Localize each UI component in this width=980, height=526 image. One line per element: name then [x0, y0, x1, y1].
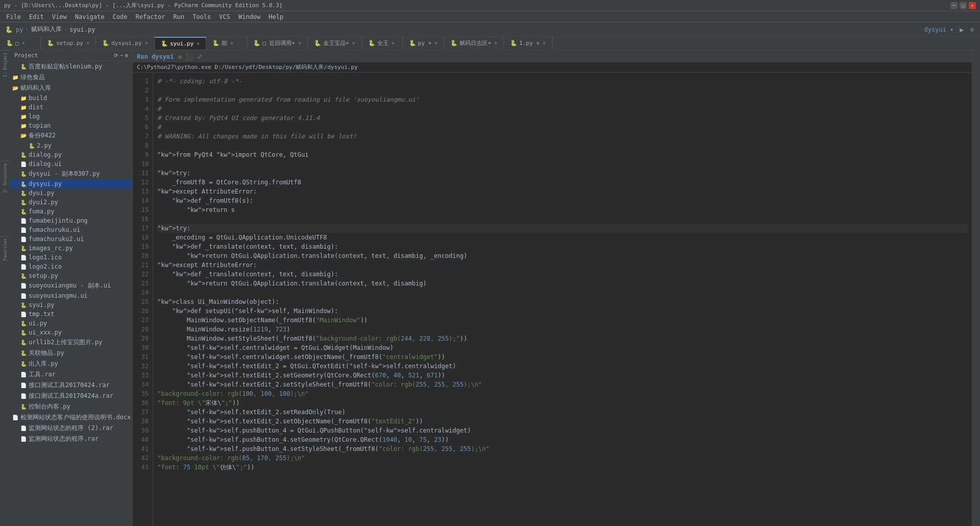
tree-item[interactable]: 🐍ui_xxx.py: [10, 328, 132, 337]
tab-close-icon[interactable]: ×: [435, 40, 438, 46]
tab-close-icon[interactable]: ×: [145, 40, 148, 46]
favorites-tab[interactable]: Favorites: [0, 236, 10, 262]
tab-close-icon[interactable]: ×: [392, 40, 395, 46]
tree-item[interactable]: 📁tupian: [10, 121, 132, 130]
menu-item-view[interactable]: View: [48, 12, 71, 21]
tree-item[interactable]: 🐍2.py: [10, 141, 132, 150]
tab-close-icon[interactable]: ×: [197, 41, 200, 46]
run-command: C:\Python27\python.exe D:/Users/ydf/Desk…: [133, 62, 972, 73]
tree-item[interactable]: 📄接口测试工具20170424a.rar: [10, 391, 132, 401]
breadcrumb-part-1[interactable]: py: [16, 26, 23, 33]
tree-item[interactable]: 🐍ui.py: [10, 319, 132, 328]
close-button[interactable]: ✕: [969, 2, 976, 9]
breadcrumb-part-3[interactable]: syui.py: [69, 26, 95, 33]
tab-dysyui[interactable]: 🐍dysyui.py×: [96, 37, 155, 50]
tree-item[interactable]: 🐍fuma.py: [10, 207, 132, 216]
code-line: "self-kw">self.centralwidget.setObjectNa…: [157, 352, 968, 362]
tree-item[interactable]: 🐍dysyui - 副本0307.py: [10, 169, 132, 179]
menu-item-help[interactable]: Help: [265, 12, 288, 21]
tab-close-icon[interactable]: ×: [543, 40, 546, 46]
tree-item[interactable]: 🐍出入库.py: [10, 358, 132, 369]
menu-item-edit[interactable]: Edit: [25, 12, 48, 21]
tree-item[interactable]: 🐍dialog.py: [10, 150, 132, 159]
tree-item[interactable]: 🐍syui.py: [10, 300, 132, 309]
tree-item[interactable]: 📄fumachuruku2.ui: [10, 234, 132, 244]
tree-item[interactable]: 🐍dysyui.py: [10, 179, 132, 188]
menu-item-code[interactable]: Code: [109, 12, 132, 21]
tree-item[interactable]: 🐍urllib2上传宝贝图片.py: [10, 337, 132, 348]
tab-close-icon[interactable]: ×: [230, 40, 233, 46]
play-button[interactable]: ▶: [960, 26, 964, 34]
tree-item[interactable]: 📄fumabeijintu.png: [10, 216, 132, 225]
tree-item[interactable]: 📁build: [10, 93, 132, 103]
run-stop-icon[interactable]: ⬛: [185, 53, 193, 60]
tab-gold[interactable]: 🐍金王宝品+×: [308, 37, 362, 50]
tab-py[interactable]: 🐍py +×: [403, 37, 445, 50]
tree-item[interactable]: 🐍控制台内客.py: [10, 401, 132, 412]
tree-item[interactable]: 📄tmp.txt: [10, 309, 132, 319]
tree-item[interactable]: 📄dialog.ui: [10, 159, 132, 169]
editor-content[interactable]: 1234567891011121314151617181920212223242…: [133, 73, 972, 526]
tab-recent[interactable]: 🐍□ 近回调用+×: [247, 37, 308, 50]
settings-icon[interactable]: ⚙: [970, 26, 974, 33]
menu-item-navigate[interactable]: Navigate: [71, 12, 109, 21]
tab-close-icon[interactable]: ×: [298, 40, 301, 46]
tree-item[interactable]: 🐍百度粘贴定帖slenium.py: [10, 61, 132, 72]
sidebar-collapse-icon[interactable]: −: [120, 53, 123, 58]
tab-setup[interactable]: 🐍setup.py×: [41, 37, 96, 50]
tree-item[interactable]: 📁dist: [10, 103, 132, 112]
run-restart-icon[interactable]: ↺: [178, 53, 181, 60]
maximize-button[interactable]: □: [960, 2, 967, 9]
tab-ne[interactable]: 🐍能×: [206, 37, 247, 50]
menu-item-file[interactable]: File: [2, 12, 25, 21]
tree-item[interactable]: 📄接口测试工具20170424.rar: [10, 380, 132, 391]
minimize-button[interactable]: ─: [950, 2, 958, 9]
run-expand-icon[interactable]: ⤢: [197, 53, 202, 60]
tree-item[interactable]: 📂备份0422: [10, 130, 132, 141]
tree-item[interactable]: 📄监测网站状态的程序.rar: [10, 434, 132, 444]
tab-log[interactable]: 🐍赋码日志区+×: [444, 37, 504, 50]
tab-syui[interactable]: 🐍syui.py×: [155, 37, 206, 50]
tab-close-icon[interactable]: ×: [352, 40, 355, 46]
tab-close-icon[interactable]: ×: [494, 40, 497, 46]
file-icon: 📄: [20, 227, 27, 233]
tree-item[interactable]: 📄suoyouxiangmu - 副本.ui: [10, 280, 132, 291]
tree-item[interactable]: 📄fumachuruku.ui: [10, 225, 132, 234]
tree-item-label: 监测网站状态的程序 (2).rar: [29, 424, 113, 433]
python-file-icon: 🐍: [20, 330, 27, 336]
tree-item[interactable]: 📄logo1.ico: [10, 253, 132, 262]
tree-item[interactable]: 📁log: [10, 112, 132, 121]
line-number: 10: [137, 159, 149, 169]
file-icon: 📄: [20, 312, 27, 317]
tab1[interactable]: 🐍□×: [0, 37, 41, 50]
menu-item-refactor[interactable]: Refactor: [131, 12, 169, 21]
tree-item[interactable]: 📄检测网站状态客户端的使用说明书.docx: [10, 412, 132, 423]
menu-item-window[interactable]: Window: [234, 12, 265, 21]
tree-item[interactable]: 🐍images_rc.py: [10, 244, 132, 253]
breadcrumb-part-2[interactable]: 赋码和入库: [31, 25, 62, 34]
sidebar-sync-icon[interactable]: ⟳: [114, 53, 118, 58]
sidebar-gear-icon[interactable]: ⚙: [125, 53, 128, 58]
project-tab[interactable]: 1: Project: [0, 50, 10, 79]
tree-item[interactable]: 🐍dyui.py: [10, 188, 132, 198]
tree-item[interactable]: 📂赋码和入库: [10, 83, 132, 93]
tree-item-label: 绿色食品: [20, 73, 45, 82]
tree-item[interactable]: 📁绿色食品: [10, 72, 132, 83]
code-editor[interactable]: # -*- coding: utf-8 -*- # Form implement…: [153, 73, 972, 526]
structure-tab[interactable]: 2: Structure: [0, 161, 10, 195]
tab-close-icon[interactable]: ×: [22, 40, 25, 46]
tree-item[interactable]: 📄suoyouxiangmu.ui: [10, 291, 132, 300]
menu-item-run[interactable]: Run: [169, 12, 188, 21]
tree-item[interactable]: 🐍dyui2.py: [10, 198, 132, 207]
line-number: 27: [137, 316, 149, 325]
tab-all[interactable]: 🐍全王×: [362, 37, 403, 50]
menu-item-tools[interactable]: Tools: [188, 12, 215, 21]
tree-item[interactable]: 📄监测网站状态的程序 (2).rar: [10, 423, 132, 434]
tab-close-icon[interactable]: ×: [86, 40, 89, 46]
tree-item[interactable]: 📄logo2.ico: [10, 262, 132, 271]
tab-1py[interactable]: 🐍1.py ××: [504, 37, 553, 50]
menu-item-vcs[interactable]: VCS: [215, 12, 234, 21]
tree-item[interactable]: 🐍setup.py: [10, 271, 132, 280]
tree-item[interactable]: 📄工具.rar: [10, 369, 132, 380]
tree-item[interactable]: 🐍关联物品.py: [10, 348, 132, 358]
